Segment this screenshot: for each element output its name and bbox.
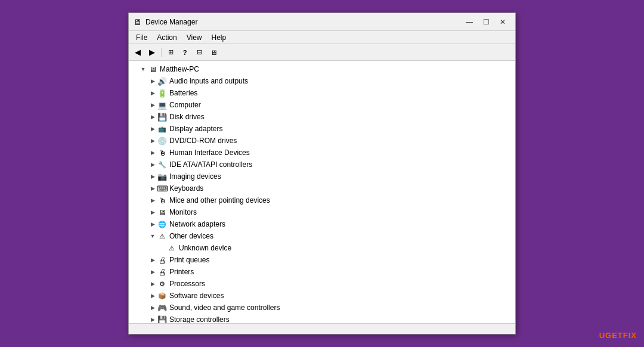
list-item[interactable]: ⚠ Unknown device [129,242,515,254]
expand[interactable]: ▶ [148,124,157,134]
expand[interactable]: ▶ [148,303,157,312]
properties-button[interactable]: ⊞ [164,46,177,59]
item-icon: 🖨 [157,255,167,265]
root-expand[interactable]: ▼ [138,64,148,74]
item-label: Software devices [169,292,224,300]
list-item[interactable]: ▶ 📷 Imaging devices [129,171,515,182]
item-label: Mice and other pointing devices [169,196,270,205]
item-icon: 🖨 [157,267,167,277]
status-bar [129,323,515,334]
item-label: Human Interface Devices [169,148,250,157]
item-icon: ⚙ [157,279,167,289]
title-bar-left: 🖥 Device Manager [134,17,197,27]
item-icon: 🔧 [157,160,167,169]
scan-button[interactable]: 🖥 [207,46,220,59]
item-icon: 🖱 [157,196,167,205]
expand[interactable]: ▶ [148,148,157,157]
root-label: Matthew-PC [160,65,199,73]
list-item[interactable]: ▶ 🖱 Mice and other pointing devices [129,194,515,206]
list-item[interactable]: ▶ 🖨 Print queues [129,254,515,266]
list-item[interactable]: ▶ 💾 Disk drives [129,111,515,123]
menu-file[interactable]: File [131,32,152,42]
list-item[interactable]: ▶ 💾 Storage controllers [129,314,515,323]
item-icon: 🎮 [157,303,167,312]
expand-placeholder [157,243,167,253]
list-item[interactable]: ▶ ⌨ Keyboards [129,182,515,194]
item-icon: 🖥 [157,207,167,217]
item-label: Display adapters [169,125,222,133]
expand[interactable]: ▶ [148,315,157,323]
expand[interactable]: ▶ [148,196,157,205]
close-button[interactable]: ✕ [495,16,510,28]
expand[interactable]: ▶ [148,291,157,300]
item-icon: 💿 [157,136,167,145]
list-item[interactable]: ▼ ⚠ Other devices [129,230,515,242]
list-item[interactable]: ▶ ⚙ Processors [129,278,515,290]
expand[interactable]: ▶ [148,207,157,217]
title-controls: — ☐ ✕ [462,16,510,28]
watermark-prefix: UG [599,331,612,340]
expand[interactable]: ▶ [148,219,157,229]
item-icon: 📷 [157,172,167,181]
list-item[interactable]: ▶ 🔊 Audio inputs and outputs [129,75,515,87]
expand[interactable]: ▶ [148,136,157,145]
expand[interactable]: ▶ [148,100,157,110]
item-icon: 💻 [157,100,167,110]
item-label: Disk drives [169,113,205,121]
app-icon: 🖥 [134,17,142,27]
list-item[interactable]: ▶ 💻 Computer [129,99,515,111]
item-label: Batteries [169,89,197,97]
expand[interactable]: ▶ [148,112,157,122]
expand[interactable]: ▶ [148,255,157,265]
list-item[interactable]: ▶ 🖥 Monitors [129,206,515,218]
menu-help[interactable]: Help [207,32,231,42]
window-title: Device Manager [145,18,197,26]
forward-button[interactable]: ▶ [145,46,159,59]
toolbar: ◀ ▶ ⊞ ? ⊟ 🖥 [129,44,515,61]
list-item[interactable]: ▶ 🎮 Sound, video and game controllers [129,302,515,314]
menu-view[interactable]: View [182,32,207,42]
watermark: UGETFIX [599,331,637,340]
item-icon: 🌐 [157,219,167,229]
expand[interactable]: ▼ [148,231,157,241]
expand[interactable]: ▶ [148,279,157,289]
item-label: Storage controllers [169,315,230,323]
list-item[interactable]: ▶ 🔧 IDE ATA/ATAPI controllers [129,159,515,171]
back-button[interactable]: ◀ [131,46,144,59]
tree-root[interactable]: ▼ 🖥 Matthew-PC [129,63,515,75]
root-icon: 🖥 [148,64,157,74]
list-item[interactable]: ▶ 🌐 Network adapters [129,218,515,230]
item-label: Processors [169,280,205,288]
item-label: Keyboards [169,184,203,193]
item-icon: 💾 [157,112,167,122]
item-label: Unknown device [179,244,231,252]
minimize-button[interactable]: — [462,16,477,28]
expand[interactable]: ▶ [148,267,157,277]
maximize-button[interactable]: ☐ [478,16,494,28]
expand[interactable]: ▶ [148,88,157,98]
item-label: Printers [169,268,194,276]
toolbar-separator-1 [161,48,162,57]
list-item[interactable]: ▶ 🖨 Printers [129,266,515,278]
item-icon: ⚠ [157,231,167,241]
expand[interactable]: ▶ [148,76,157,86]
item-icon: 💾 [157,315,167,323]
list-item[interactable]: ▶ 💿 DVD/CD-ROM drives [129,135,515,147]
menu-action[interactable]: Action [152,32,181,42]
item-icon: ⌨ [157,184,167,193]
watermark-suffix: FIX [623,331,637,340]
expand[interactable]: ▶ [148,160,157,169]
list-item[interactable]: ▶ 📺 Display adapters [129,123,515,135]
list-item[interactable]: ▶ 📦 Software devices [129,290,515,302]
item-icon: 🖱 [157,148,167,157]
list-item[interactable]: ▶ 🔋 Batteries [129,87,515,99]
help-button[interactable]: ? [178,46,191,59]
item-label: Imaging devices [169,172,221,181]
menu-bar: File Action View Help [129,31,515,44]
item-icon: ⚠ [167,243,177,253]
expand[interactable]: ▶ [148,172,157,181]
item-label: Computer [169,101,201,109]
device-tree[interactable]: ▼ 🖥 Matthew-PC ▶ 🔊 Audio inputs and outp… [129,61,515,323]
uninstall-button[interactable]: ⊟ [193,46,206,59]
list-item[interactable]: ▶ 🖱 Human Interface Devices [129,147,515,159]
